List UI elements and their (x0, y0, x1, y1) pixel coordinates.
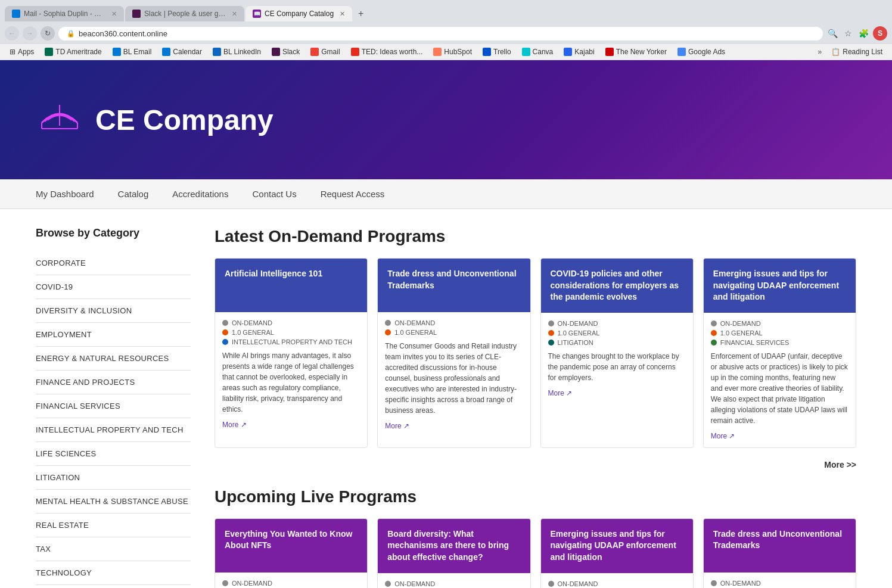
nav-request-access[interactable]: Request Access (321, 179, 385, 209)
bookmark-trello[interactable]: Trello (478, 46, 516, 57)
program-card[interactable]: Emerging issues and tips for navigating … (540, 518, 694, 588)
tab-slack-close[interactable]: ✕ (232, 10, 237, 18)
bookmark-slack[interactable]: Slack (267, 46, 304, 57)
meta-item: 1.0 GENERAL (711, 329, 849, 337)
meta-dot (711, 321, 717, 326)
program-card[interactable]: Board diversity: What mechanisms are the… (377, 518, 530, 588)
reload-button[interactable]: ↻ (41, 26, 55, 41)
bookmark-apps-label: Apps (18, 48, 34, 56)
nav-catalog[interactable]: Catalog (118, 179, 149, 209)
bookmark-linkedin[interactable]: BL LinkedIn (208, 46, 266, 57)
bookmark-googleads-label: Google Ads (688, 48, 725, 56)
meta-text: ON-DEMAND (232, 580, 272, 587)
sidebar-category[interactable]: MENTAL HEALTH & SUBSTANCE ABUSE (36, 490, 191, 514)
reading-list-bookmark[interactable]: 📋 Reading List (826, 46, 887, 57)
tab-slack-title: Slack | People & user groups | (144, 10, 226, 18)
bookmark-canva[interactable]: Canva (517, 46, 558, 57)
search-icon[interactable]: 🔍 (826, 27, 838, 39)
tab-mail-close[interactable]: ✕ (111, 10, 117, 18)
program-card[interactable]: Trade dress and Unconventional Trademark… (377, 258, 530, 448)
program-card[interactable]: Trade dress and Unconventional Trademark… (703, 518, 856, 588)
card-more-link[interactable]: More ↗ (222, 421, 247, 429)
bookmark-gmail[interactable]: Gmail (306, 46, 344, 57)
calendar-favicon (162, 48, 170, 56)
nav-dashboard[interactable]: My Dashboard (36, 179, 94, 209)
latest-more-link[interactable]: More >> (215, 460, 856, 469)
hubspot-favicon (433, 48, 442, 56)
bookmark-ted[interactable]: TED: Ideas worth... (346, 46, 428, 57)
website: CE Company My Dashboard Catalog Accredit… (0, 60, 892, 588)
card-title: Board diversity: What mechanisms are the… (387, 528, 520, 564)
tab-slack[interactable]: Slack | People & user groups | ✕ (125, 6, 244, 21)
meta-dot (711, 340, 717, 346)
meta-text: 1.0 GENERAL (720, 329, 763, 337)
sidebar-category[interactable]: COVID-19 (36, 275, 191, 299)
back-button[interactable]: ← (5, 26, 19, 41)
card-more-link[interactable]: More ↗ (711, 432, 735, 440)
extensions-icon[interactable]: 🧩 (857, 27, 869, 39)
sidebar-category[interactable]: INTELLECTUAL PROPERTY AND TECH (36, 418, 191, 442)
sidebar-category[interactable]: DIVERSITY & INCLUSION (36, 299, 191, 323)
tab-ce-close[interactable]: ✕ (340, 10, 345, 18)
mail-favicon (12, 10, 20, 18)
card-more-link[interactable]: More ↗ (385, 422, 409, 430)
sidebar-category[interactable]: EMPLOYMENT (36, 323, 191, 347)
sidebar-category[interactable]: ENERGY & NATURAL RESOURCES (36, 347, 191, 371)
card-body: ON-DEMAND 1.0 GENERAL FINANCIAL SERVICES… (704, 313, 856, 447)
forward-button[interactable]: → (23, 26, 37, 41)
bookmarks-more[interactable]: » (815, 46, 826, 57)
browser-chrome: Mail - Sophia Duplin - Outlook ✕ Slack |… (0, 0, 892, 60)
card-title: Emerging issues and tips for navigating … (551, 528, 683, 564)
star-icon[interactable]: ☆ (842, 27, 854, 39)
program-card[interactable]: Emerging issues and tips for navigating … (703, 258, 856, 448)
address-box[interactable]: 🔒 beacon360.content.online (58, 27, 823, 41)
linkedin-favicon (213, 48, 221, 56)
blemail-favicon (113, 48, 121, 56)
nav-accreditations[interactable]: Accreditations (172, 179, 228, 209)
sidebar-category[interactable]: CORPORATE (36, 251, 191, 275)
tab-ce[interactable]: 📖 CE Company Catalog ✕ (245, 6, 352, 21)
bookmark-blemail[interactable]: BL Email (108, 46, 157, 57)
bookmark-calendar-label: Calendar (173, 48, 202, 56)
sidebar-category[interactable]: FINANCIAL SERVICES (36, 394, 191, 418)
program-card[interactable]: Artificial Intelligence 101 ON-DEMAND 1.… (215, 258, 368, 448)
ce-favicon: 📖 (253, 10, 261, 18)
sidebar-category[interactable]: TECHNOLOGY (36, 561, 191, 585)
card-meta: ON-DEMAND 1.0 GENERAL (711, 580, 849, 588)
bookmark-tdameritrade-label: TD Ameritrade (55, 48, 101, 56)
card-body: ON-DEMAND 1.0 GENERAL The Consumer Goods… (378, 312, 530, 437)
tab-mail[interactable]: Mail - Sophia Duplin - Outlook ✕ (5, 6, 124, 21)
new-tab-button[interactable]: + (353, 5, 368, 23)
sidebar-category[interactable]: TAX (36, 537, 191, 561)
card-header: Emerging issues and tips for navigating … (704, 259, 856, 313)
bookmark-ted-label: TED: Ideas worth... (362, 48, 423, 56)
program-card[interactable]: COVID-19 policies and other consideratio… (540, 258, 694, 448)
meta-item: ON-DEMAND (385, 580, 523, 587)
meta-text: FINANCIAL SERVICES (720, 339, 790, 346)
meta-text: ON-DEMAND (394, 580, 435, 587)
card-header: COVID-19 policies and other consideratio… (541, 259, 693, 313)
meta-text: 1.0 GENERAL (558, 329, 600, 337)
sidebar-category[interactable]: FINANCE AND PROJECTS (36, 371, 191, 394)
sidebar-category[interactable]: LIFE SCIENCES (36, 442, 191, 466)
bookmark-apps[interactable]: ⊞ Apps (5, 46, 39, 57)
bookmark-kajabi[interactable]: Kajabi (559, 46, 599, 57)
sidebar-category[interactable]: LITIGATION (36, 466, 191, 490)
card-meta: ON-DEMAND 1.0 GENERAL LITIGATION (548, 320, 686, 346)
address-bar-row: ← → ↻ 🔒 beacon360.content.online 🔍 ☆ 🧩 S (0, 23, 892, 44)
meta-dot (222, 329, 228, 335)
card-meta: ON-DEMAND 1.0 GENERAL (385, 319, 523, 336)
browser-icons: 🔍 ☆ 🧩 S (826, 26, 887, 41)
sidebar-category[interactable]: REAL ESTATE (36, 514, 191, 537)
bookmark-tdameritrade[interactable]: TD Ameritrade (40, 46, 106, 57)
bookmark-hubspot[interactable]: HubSpot (428, 46, 477, 57)
bookmark-newyorker[interactable]: The New Yorker (601, 46, 672, 57)
meta-text: ON-DEMAND (720, 320, 761, 327)
nav-contact[interactable]: Contact Us (252, 179, 296, 209)
meta-text: INTELLECTUAL PROPERTY AND TECH (232, 338, 352, 346)
card-more-link[interactable]: More ↗ (548, 389, 573, 397)
program-card[interactable]: Everything You Wanted to Know About NFTs… (215, 518, 368, 588)
bookmark-googleads[interactable]: Google Ads (673, 46, 730, 57)
profile-avatar[interactable]: S (873, 26, 887, 41)
bookmark-calendar[interactable]: Calendar (157, 46, 207, 57)
